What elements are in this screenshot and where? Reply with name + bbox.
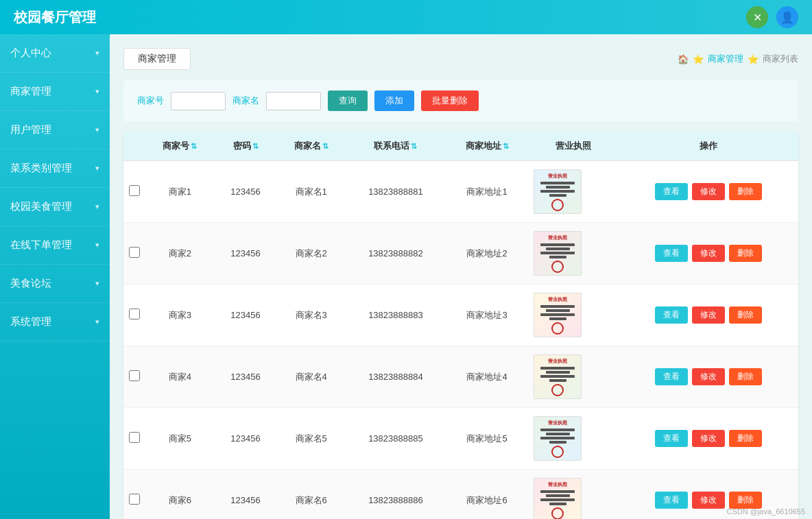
- row-ops-2: 查看 修改 删除: [619, 285, 798, 346]
- lic-bar-1: [540, 429, 575, 431]
- row-id-1: 商家2: [145, 223, 215, 285]
- row-checkbox-1[interactable]: [129, 247, 140, 258]
- page-header: 商家管理 🏠 ⭐ 商家管理 ⭐ 商家列表: [123, 48, 798, 70]
- breadcrumb-merchant[interactable]: 商家管理: [708, 53, 743, 65]
- delete-button-1[interactable]: 删除: [729, 245, 762, 262]
- lic-bar-3: [540, 252, 575, 254]
- row-phone-3: 13823888884: [346, 346, 446, 408]
- sidebar-item-order[interactable]: 在线下单管理 ▾: [0, 226, 110, 265]
- view-button-2[interactable]: 查看: [655, 306, 688, 324]
- chevron-down-icon-0: ▾: [95, 49, 99, 58]
- lic-bar-2: [546, 371, 570, 374]
- batch-delete-button[interactable]: 批量删除: [421, 90, 479, 111]
- table-header-row: 商家号⇅ 密码⇅ 商家名⇅ 联系电话⇅ 商家地址⇅ 营业执照 操作: [123, 132, 798, 161]
- license-image-4: [534, 416, 582, 461]
- view-button-1[interactable]: 查看: [655, 245, 688, 262]
- merchant-table: 商家号⇅ 密码⇅ 商家名⇅ 联系电话⇅ 商家地址⇅ 营业执照 操作 商家1 12…: [123, 132, 798, 519]
- chevron-down-icon-6: ▾: [95, 279, 99, 288]
- row-id-2: 商家3: [145, 285, 215, 346]
- chevron-down-icon-5: ▾: [95, 241, 99, 250]
- row-phone-0: 13823888881: [346, 161, 446, 223]
- app-title: 校园餐厅管理: [14, 8, 746, 27]
- row-address-2: 商家地址3: [446, 285, 529, 346]
- row-checkbox-cell: [123, 470, 145, 520]
- row-ops-1: 查看 修改 删除: [619, 223, 798, 285]
- breadcrumb-separator: ⭐: [748, 54, 759, 64]
- table-row: 商家1 123456 商家名1 13823888881 商家地址1 查看 修改 …: [123, 161, 798, 223]
- sidebar-item-forum[interactable]: 美食论坛 ▾: [0, 265, 110, 303]
- sidebar-item-user[interactable]: 用户管理 ▾: [0, 111, 110, 149]
- delete-button-2[interactable]: 删除: [729, 306, 762, 324]
- edit-button-3[interactable]: 修改: [692, 368, 725, 385]
- chevron-down-icon-4: ▾: [95, 202, 99, 211]
- view-button-4[interactable]: 查看: [655, 430, 688, 447]
- lic-bar-3: [540, 313, 575, 316]
- row-name-0: 商家名1: [276, 161, 346, 223]
- th-merchant-name: 商家名⇅: [276, 132, 346, 161]
- search-button[interactable]: 查询: [328, 90, 368, 111]
- license-image-5: [534, 478, 582, 519]
- row-phone-5: 13823888886: [346, 470, 446, 520]
- sidebar: 个人中心 ▾ 商家管理 ▾ 用户管理 ▾ 菜系类别管理 ▾ 校园美食管理 ▾ 在…: [0, 34, 110, 519]
- license-image-2: [534, 293, 582, 337]
- sidebar-item-merchant[interactable]: 商家管理 ▾: [0, 73, 110, 111]
- ops-group-3: 查看 修改 删除: [624, 368, 793, 385]
- chevron-down-icon-2: ▾: [95, 125, 99, 134]
- row-checkbox-0[interactable]: [129, 185, 140, 196]
- sidebar-item-campus-food[interactable]: 校园美食管理 ▾: [0, 188, 110, 226]
- lic-bar-2: [546, 186, 570, 189]
- chevron-down-icon-7: ▾: [95, 317, 99, 326]
- edit-button-4[interactable]: 修改: [692, 430, 725, 447]
- row-ops-3: 查看 修改 删除: [619, 346, 798, 408]
- license-image-0: [534, 169, 582, 214]
- lic-seal: [551, 507, 564, 520]
- delete-button-4[interactable]: 删除: [729, 430, 762, 447]
- user-button[interactable]: 👤: [776, 6, 798, 28]
- row-password-4: 123456: [215, 408, 277, 470]
- sidebar-item-system[interactable]: 系统管理 ▾: [0, 303, 110, 341]
- ops-group-4: 查看 修改 删除: [624, 430, 793, 447]
- row-license-0: [528, 161, 618, 223]
- merchant-name-input[interactable]: [266, 92, 321, 110]
- delete-button-3[interactable]: 删除: [729, 368, 762, 385]
- edit-button-2[interactable]: 修改: [692, 306, 725, 324]
- row-checkbox-cell: [123, 346, 145, 408]
- lic-bar-3: [540, 375, 575, 378]
- view-button-3[interactable]: 查看: [655, 368, 688, 385]
- sidebar-label-user: 用户管理: [10, 123, 51, 136]
- row-checkbox-5[interactable]: [129, 494, 140, 505]
- th-operations: 操作: [619, 132, 798, 161]
- row-phone-1: 13823888882: [346, 223, 446, 285]
- delete-button-5[interactable]: 删除: [729, 492, 762, 509]
- row-checkbox-4[interactable]: [129, 432, 140, 443]
- chevron-down-icon-3: ▾: [95, 164, 99, 173]
- row-checkbox-2[interactable]: [129, 309, 140, 319]
- sidebar-label-forum: 美食论坛: [10, 277, 51, 290]
- view-button-0[interactable]: 查看: [655, 183, 688, 200]
- sidebar-label-system: 系统管理: [10, 315, 51, 328]
- delete-button-0[interactable]: 删除: [729, 183, 762, 200]
- row-checkbox-3[interactable]: [129, 370, 140, 381]
- merchant-id-input[interactable]: [171, 92, 226, 110]
- row-name-2: 商家名3: [276, 285, 346, 346]
- row-checkbox-cell: [123, 285, 145, 346]
- sidebar-item-cuisine-category[interactable]: 菜系类别管理 ▾: [0, 149, 110, 188]
- sidebar-item-personal[interactable]: 个人中心 ▾: [0, 34, 110, 73]
- view-button-5[interactable]: 查看: [655, 492, 688, 509]
- refresh-button[interactable]: ✕: [746, 6, 768, 28]
- table-row: 商家5 123456 商家名5 13823888885 商家地址5 查看 修改 …: [123, 408, 798, 470]
- th-address: 商家地址⇅: [446, 132, 529, 161]
- star-icon-1: ⭐: [693, 54, 704, 64]
- main-content: 商家管理 🏠 ⭐ 商家管理 ⭐ 商家列表 商家号 商家名 查询 添加 批量删除 …: [110, 34, 812, 519]
- edit-button-1[interactable]: 修改: [692, 245, 725, 262]
- row-license-5: [528, 470, 618, 520]
- ops-group-5: 查看 修改 删除: [624, 492, 793, 509]
- lic-seal: [551, 199, 564, 211]
- add-button[interactable]: 添加: [374, 90, 414, 111]
- edit-button-0[interactable]: 修改: [692, 183, 725, 200]
- edit-button-5[interactable]: 修改: [692, 492, 725, 509]
- home-icon: 🏠: [678, 54, 689, 64]
- merchant-id-label: 商家号: [137, 95, 164, 107]
- sidebar-label-personal: 个人中心: [10, 47, 51, 60]
- lic-bar-2: [546, 494, 570, 497]
